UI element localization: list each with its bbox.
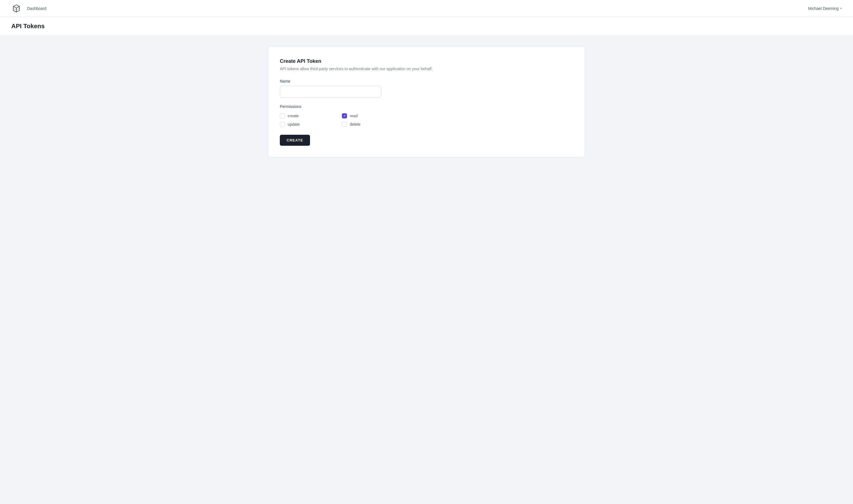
checkbox-delete[interactable]	[342, 122, 347, 127]
logo-icon	[11, 3, 21, 14]
card-description: API tokens allow third-party services to…	[280, 67, 573, 71]
create-button[interactable]: CREATE	[280, 135, 310, 146]
checkbox-create[interactable]	[280, 113, 285, 119]
logo	[11, 3, 21, 14]
permission-update: update	[280, 122, 342, 127]
card-title: Create API Token	[280, 58, 573, 64]
name-input[interactable]	[280, 86, 381, 97]
user-menu[interactable]: Michael Deeming ▾	[808, 6, 842, 11]
checkbox-update[interactable]	[280, 122, 285, 127]
permissions-grid: create read update delete	[280, 113, 573, 127]
navbar: Dashboard Michael Deeming ▾	[0, 0, 853, 17]
permission-delete-label: delete	[350, 122, 361, 127]
user-name: Michael Deeming	[808, 6, 839, 11]
permission-delete: delete	[342, 122, 404, 127]
permission-read: read	[342, 113, 404, 119]
navbar-left: Dashboard	[11, 3, 47, 14]
name-field-group: Name	[280, 79, 573, 97]
permission-update-label: update	[288, 122, 300, 127]
name-label: Name	[280, 79, 573, 84]
create-token-card: Create API Token API tokens allow third-…	[268, 47, 585, 157]
page-title: API Tokens	[11, 22, 842, 30]
page-header: API Tokens	[0, 17, 853, 36]
permissions-label: Permissions	[280, 104, 573, 109]
permission-read-label: read	[350, 113, 358, 118]
permission-create: create	[280, 113, 342, 119]
permission-create-label: create	[288, 113, 299, 118]
chevron-down-icon: ▾	[840, 7, 842, 10]
dashboard-link[interactable]: Dashboard	[27, 6, 47, 11]
main-content: Create API Token API tokens allow third-…	[257, 36, 596, 168]
permissions-section: Permissions create read update	[280, 104, 573, 127]
checkbox-read[interactable]	[342, 113, 347, 119]
